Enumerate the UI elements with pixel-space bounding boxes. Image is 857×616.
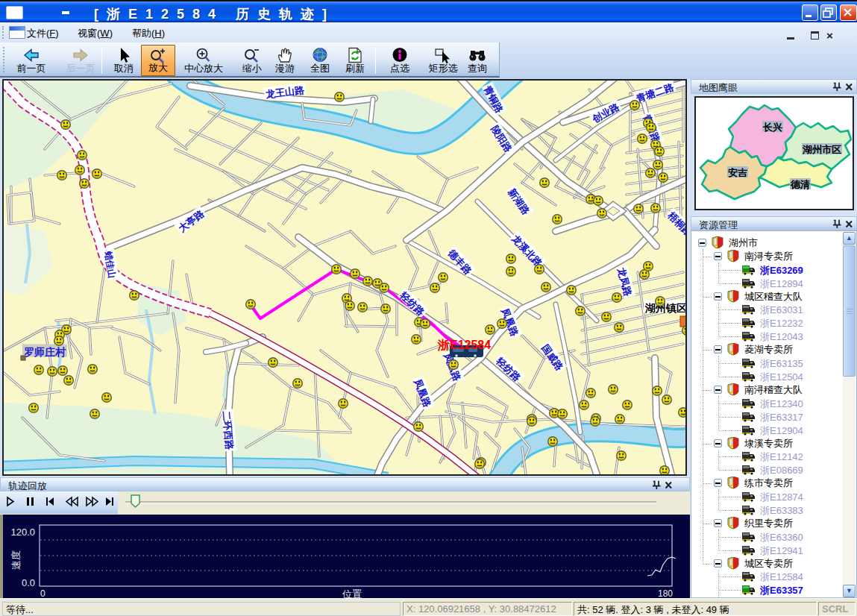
svg-text:长兴: 长兴 — [762, 122, 782, 133]
svg-text:速度: 速度 — [10, 550, 22, 570]
svg-text:罗师庄村: 罗师庄村 — [23, 346, 66, 358]
svg-text:安吉: 安吉 — [728, 167, 747, 178]
svg-text:0.0: 0.0 — [22, 577, 35, 588]
svg-text:浙E12584: 浙E12584 — [437, 339, 491, 351]
svg-text:180: 180 — [658, 588, 673, 598]
svg-text:湖州镇区: 湖州镇区 — [644, 302, 685, 314]
svg-text:湖州市区: 湖州市区 — [802, 144, 841, 155]
svg-text:120.0: 120.0 — [10, 527, 35, 538]
svg-text:位置: 位置 — [342, 588, 362, 598]
svg-text:0: 0 — [40, 588, 45, 598]
svg-text:德清: 德清 — [790, 179, 810, 190]
